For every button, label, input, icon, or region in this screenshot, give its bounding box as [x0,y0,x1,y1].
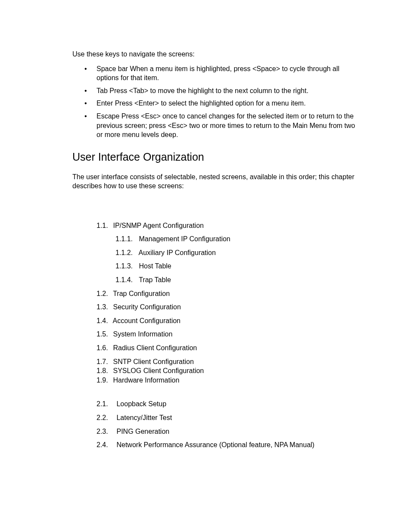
outline-number: 2.3. [97,427,115,436]
outline-label: IP/SNMP Agent Configuration [113,222,204,229]
outline-number: 2.2. [97,413,115,423]
outline-label: Latency/Jitter Test [116,414,172,421]
outline-label: Trap Configuration [113,290,170,297]
outline-number: 1.7. [97,357,111,367]
outline-item: 1.7. SNTP Client Configuration [97,357,359,367]
outline-list: 1.1. IP/SNMP Agent Configuration 1.1.1. … [97,221,359,450]
outline-number: 1.1.4. [115,275,137,285]
outline-number: 1.1. [97,221,111,230]
outline-label: Trap Table [139,276,171,283]
outline-number: 1.8. [97,366,111,376]
outline-number: 2.4. [97,440,115,450]
document-page: Use these keys to navigate the screens: … [0,0,411,532]
outline-label: Security Configuration [113,303,181,311]
outline-item: 2.4. Network Performance Assurance (Opti… [97,440,359,450]
outline-item: 2.3. PING Generation [97,427,359,436]
outline-item: 2.2. Latency/Jitter Test [97,413,359,423]
nav-keys-list: Space bar When a menu item is highlighte… [72,64,359,140]
outline-subitem: 1.1.1. Management IP Configuration [115,234,359,244]
outline-item: 1.4. Account Configuration [97,316,359,326]
outline-number: 1.2. [97,289,111,299]
outline-number: 2.1. [97,399,115,409]
outline-label: Host Table [139,262,171,270]
list-item: Enter Press <Enter> to select the highli… [72,99,359,108]
outline-item: 1.3. Security Configuration [97,302,359,312]
intro-paragraph: Use these keys to navigate the screens: [72,50,359,59]
outline-item: 1.6. Radius Client Configuration [97,343,359,353]
outline-number: 1.5. [97,330,111,339]
outline-item: 2.1. Loopback Setup [97,399,359,409]
outline-item: 1.8. SYSLOG Client Configuration [97,366,359,376]
outline-number: 1.1.2. [115,248,137,258]
outline-label: System Information [113,330,172,338]
outline-item: 1.1. IP/SNMP Agent Configuration [97,221,359,230]
outline-label: Account Configuration [113,317,181,324]
outline-label: Radius Client Configuration [113,344,197,352]
section-intro: The user interface consists of selectabl… [72,172,359,191]
outline-number: 1.6. [97,343,111,353]
outline-label: Loopback Setup [116,400,166,408]
outline-item: 1.2. Trap Configuration [97,289,359,299]
outline-item: 1.5. System Information [97,330,359,339]
list-item: Escape Press <Esc> once to cancel change… [72,112,359,140]
outline-item: 1.9. Hardware Information [97,376,359,385]
outline-subitem: 1.1.2. Auxiliary IP Configuration [115,248,359,258]
list-item: Space bar When a menu item is highlighte… [72,64,359,83]
outline-label: Management IP Configuration [139,235,230,243]
list-item: Tab Press <Tab> to move the highlight to… [72,86,359,96]
outline-label: SNTP Client Configuration [113,358,193,365]
outline-number: 1.4. [97,316,111,326]
section-heading: User Interface Organization [72,150,359,165]
outline-subitem: 1.1.4. Trap Table [115,275,359,285]
outline-number: 1.1.1. [115,234,137,244]
outline-number: 1.1.3. [115,261,137,271]
outline-label: Auxiliary IP Configuration [139,249,216,256]
outline-label: Hardware Information [113,376,179,384]
outline-number: 1.9. [97,376,111,385]
outline-label: PING Generation [116,428,169,435]
outline-subitem: 1.1.3. Host Table [115,261,359,271]
outline-label: Network Performance Assurance (Optional … [116,441,314,448]
outline-label: SYSLOG Client Configuration [113,367,204,374]
outline-number: 1.3. [97,302,111,312]
